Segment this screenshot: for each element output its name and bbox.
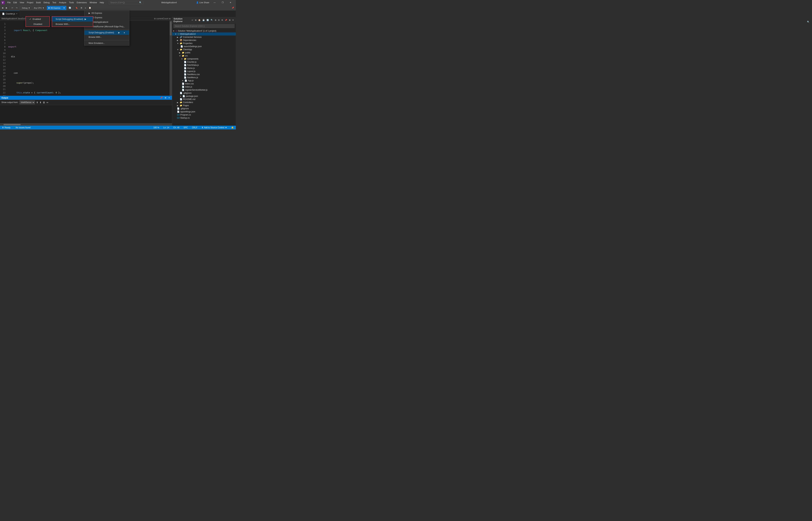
tree-navmenu-js[interactable]: 📄 NavMenu.js xyxy=(172,76,236,79)
refresh-btn[interactable]: 🔄 xyxy=(68,6,72,10)
tree-dependencies[interactable]: ▶ 📦 Dependencies xyxy=(172,39,236,42)
toolbar-undo-btn[interactable]: ↩ xyxy=(10,6,14,10)
tab-close-icon[interactable]: ✕ xyxy=(16,13,18,15)
disabled-option[interactable]: Disabled xyxy=(26,22,49,27)
tree-launch-settings[interactable]: 📄 launchSettings.json xyxy=(172,45,236,48)
tree-components[interactable]: ▼ 📁 components xyxy=(172,57,236,61)
output-close-btn[interactable]: ✕ xyxy=(168,96,171,99)
se-toolbar-btn-6[interactable]: 🔍 xyxy=(210,19,214,22)
browse-with-item[interactable]: Browse With... xyxy=(52,22,93,27)
se-float-btn[interactable]: ⊞ xyxy=(228,19,231,22)
se-toolbar-btn-3[interactable]: 🏠 xyxy=(198,19,201,22)
tree-register-service-worker[interactable]: 📄 registerServiceWorker.js xyxy=(172,88,236,91)
se-toolbar-btn-5[interactable]: 🔃 xyxy=(206,19,210,22)
status-source-control[interactable]: ⬆ Add to Source Control ▼ xyxy=(201,127,228,129)
tree-connected-services[interactable]: ▶ 🔗 Connected Services xyxy=(172,36,236,39)
menu-project[interactable]: Project xyxy=(26,1,35,4)
toolbar-extra-1[interactable]: ⊞ xyxy=(80,6,83,10)
menu-edit[interactable]: Edit xyxy=(12,1,18,4)
toolbar-extra-2[interactable]: ≡ xyxy=(84,6,87,10)
tree-package-json[interactable]: ▼ 📄 package.json xyxy=(172,95,236,98)
h-scroll-thumb[interactable] xyxy=(3,124,21,125)
horizontal-scrollbar[interactable] xyxy=(0,123,172,126)
menu-debug[interactable]: Debug xyxy=(42,1,51,4)
close-button[interactable]: ✕ xyxy=(227,0,234,5)
pin-window-btn[interactable]: 📌 xyxy=(231,6,235,10)
title-search-input[interactable] xyxy=(110,1,139,4)
menu-tools[interactable]: Tools xyxy=(68,1,75,4)
tab-counter-js[interactable]: 📄 Counter.js ✕ xyxy=(0,11,20,17)
status-no-issues[interactable]: ✓ No issues found xyxy=(13,127,31,129)
toolbar-back-btn[interactable]: ◀ xyxy=(1,6,4,10)
tree-index-js[interactable]: 📄 index.js xyxy=(172,85,236,88)
menu-extensions[interactable]: Extensions xyxy=(75,1,88,4)
script-debugging-item[interactable]: Script Debugging (Enabled) ▶ xyxy=(52,17,93,22)
status-zoom[interactable]: 100 % xyxy=(153,127,160,129)
status-spaces[interactable]: SPC xyxy=(183,127,188,129)
status-notifications[interactable]: 🔔 xyxy=(230,127,234,129)
tree-gitignore[interactable]: 📄 .gitignore xyxy=(172,107,236,110)
tree-counter-js[interactable]: 📄 Counter.js xyxy=(172,61,236,64)
tree-readme-md[interactable]: 📄 README.md xyxy=(172,98,236,101)
minimize-button[interactable]: — xyxy=(211,0,219,5)
se-search-input[interactable] xyxy=(174,24,234,28)
output-pin-btn[interactable]: 📌 xyxy=(160,96,163,99)
live-share-button[interactable]: 👤 Live Share xyxy=(195,1,211,4)
enabled-option[interactable]: ✓ Enabled xyxy=(26,17,49,22)
tree-fetchdata-js[interactable]: 📄 FetchData.js xyxy=(172,64,236,67)
se-pin-btn[interactable]: 📌 xyxy=(224,19,228,22)
platform-dropdown[interactable]: Any CPU ▼ xyxy=(32,6,45,10)
menu-help[interactable]: Help xyxy=(98,1,105,4)
se-settings-btn[interactable]: ⚙ xyxy=(221,19,224,22)
iis-script-debugging[interactable]: Script Debugging (Enabled) ▶ xyxy=(85,30,129,35)
output-float-btn[interactable]: ⊞ xyxy=(164,96,167,99)
tree-startup-cs[interactable]: C# Startup.cs xyxy=(172,116,236,119)
menu-file[interactable]: File xyxy=(6,1,12,4)
status-line[interactable]: Ln: 14 xyxy=(163,127,170,129)
iis-item-iis-express-1[interactable]: ▶ IIS Express xyxy=(85,11,129,15)
menu-test[interactable]: Test xyxy=(51,1,58,4)
tree-src[interactable]: ▼ 📁 src xyxy=(172,54,236,57)
iis-dropdown-arrow[interactable]: ▼ xyxy=(62,6,66,10)
menu-analyze[interactable]: Analyze xyxy=(58,1,68,4)
se-toolbar-btn-4[interactable]: 💾 xyxy=(202,19,205,22)
tree-clientapp[interactable]: ▼ 📁 ClientApp xyxy=(172,48,236,51)
tree-properties[interactable]: ▼ 📁 Properties xyxy=(172,42,236,45)
maximize-button[interactable]: ❐ xyxy=(219,0,227,5)
toolbar-redo-btn[interactable]: ↪ xyxy=(15,6,19,10)
tree-public[interactable]: ▶ 📁 public xyxy=(172,51,236,54)
run-iis-button[interactable]: ▶ IIS Express xyxy=(47,6,62,10)
debug-mode-dropdown[interactable]: Debug ▼ xyxy=(21,6,31,10)
output-clear-btn[interactable]: 🗑 xyxy=(43,101,45,104)
toolbar-forward-btn[interactable]: ▶ xyxy=(5,6,8,10)
status-encoding[interactable]: CRLF xyxy=(191,127,198,129)
tree-pages[interactable]: ▶ 📁 Pages xyxy=(172,104,236,107)
vertical-scrollbar[interactable] xyxy=(170,21,172,96)
tree-project[interactable]: ▼ ⬡ WebApplication4 xyxy=(172,32,236,36)
tree-solution[interactable]: ▼ ⊞ Solution 'WebApplication4' (1 of 1 p… xyxy=(172,29,236,32)
se-toolbar-btn-2[interactable]: ⊞ xyxy=(194,19,197,22)
status-ready[interactable]: ⬆ Ready xyxy=(1,127,11,129)
output-down-btn[interactable]: ⬇ xyxy=(40,101,41,104)
tree-appsettings[interactable]: 📄 appsettings.json xyxy=(172,110,236,113)
output-wrap-btn[interactable]: ⇔ xyxy=(46,101,48,104)
menu-build[interactable]: Build xyxy=(35,1,42,4)
tree-index-css[interactable]: 📄 index.css xyxy=(172,82,236,85)
se-collapse-btn[interactable]: ⊟ xyxy=(217,19,220,22)
tree-gitignore-clientapp[interactable]: 📄 .gitignore xyxy=(172,91,236,95)
tree-app-js[interactable]: ▼ 📄 App.js xyxy=(172,79,236,82)
output-source-select[interactable]: IntelliSense xyxy=(20,100,35,104)
tree-home-js[interactable]: 📄 Home.js xyxy=(172,67,236,70)
se-expand-all-btn[interactable]: ⊞ xyxy=(214,19,217,22)
iis-browse-with[interactable]: Browse With... xyxy=(85,35,129,39)
status-col[interactable]: Ch: 48 xyxy=(173,127,180,129)
tree-controllers[interactable]: ▶ 📁 Controllers xyxy=(172,101,236,104)
se-close-btn[interactable]: ✕ xyxy=(231,19,234,22)
iis-more-emulators[interactable]: More Emulators... xyxy=(85,41,129,45)
output-up-btn[interactable]: ⬆ xyxy=(36,101,38,104)
menu-view[interactable]: View xyxy=(18,1,26,4)
menu-window[interactable]: Window xyxy=(88,1,98,4)
output-content[interactable] xyxy=(0,105,172,123)
code-editor[interactable]: import React, { Component export dis con… xyxy=(7,21,159,96)
tree-layout-js[interactable]: 📄 Layout.js xyxy=(172,70,236,73)
